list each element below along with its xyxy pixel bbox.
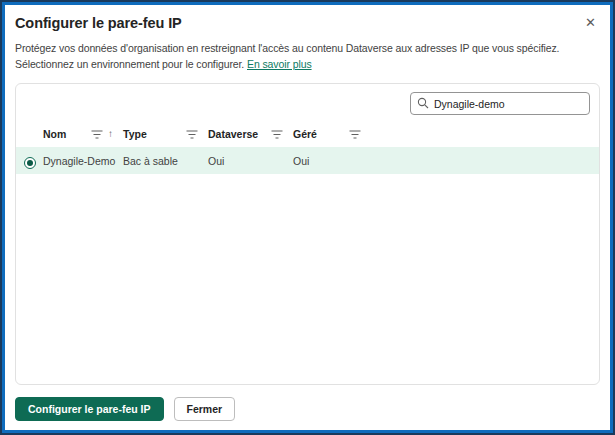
learn-more-link[interactable]: En savoir plus <box>247 58 312 70</box>
column-label-type: Type <box>123 128 147 140</box>
column-header-gere[interactable]: Géré <box>293 128 371 140</box>
dialog-header: Configurer le pare-feu IP ✕ <box>15 13 600 33</box>
filter-icon[interactable] <box>186 130 198 139</box>
search-icon <box>417 95 429 113</box>
column-label-gere: Géré <box>293 128 317 140</box>
cell-name: Dynagile-Demo <box>43 155 123 167</box>
radio-dot <box>27 160 33 166</box>
cell-gere: Oui <box>293 155 371 167</box>
column-label-dataverse: Dataverse <box>208 128 258 140</box>
filter-icon[interactable] <box>349 130 361 139</box>
filter-icon[interactable] <box>91 130 103 139</box>
search-row <box>16 84 599 119</box>
close-icon[interactable]: ✕ <box>581 13 600 33</box>
cell-type: Bac à sable <box>123 155 208 167</box>
search-input-field[interactable] <box>434 98 583 110</box>
row-radio-cell <box>24 152 43 170</box>
dialog-footer: Configurer le pare-feu IP Fermer <box>15 397 600 421</box>
radio-selected[interactable] <box>24 157 36 169</box>
environment-table-card: Nom ↑ Type <box>15 83 600 385</box>
dialog-title: Configurer le pare-feu IP <box>15 13 182 33</box>
environment-search-input[interactable] <box>410 92 590 115</box>
table-row-dynagile-demo[interactable]: Dynagile-Demo Bac à sable Oui Oui <box>16 147 599 174</box>
cell-dataverse: Oui <box>208 155 293 167</box>
column-header-dataverse[interactable]: Dataverse <box>208 128 293 140</box>
column-header-nom[interactable]: Nom ↑ <box>43 128 123 140</box>
dialog-frame: Configurer le pare-feu IP ✕ Protégez vos… <box>0 0 615 435</box>
column-label-nom: Nom <box>43 128 66 140</box>
dialog-frame-inner: Configurer le pare-feu IP ✕ Protégez vos… <box>2 2 613 433</box>
table-header-row: Nom ↑ Type <box>16 121 599 147</box>
filter-icon[interactable] <box>271 130 283 139</box>
dialog-description: Protégez vos données d'organisation en r… <box>15 40 600 72</box>
configure-firewall-button[interactable]: Configurer le pare-feu IP <box>15 397 164 421</box>
sort-ascending-icon[interactable]: ↑ <box>108 129 113 139</box>
close-dialog-button[interactable]: Fermer <box>174 397 236 421</box>
column-header-type[interactable]: Type <box>123 128 208 140</box>
configure-ip-firewall-dialog: Configurer le pare-feu IP ✕ Protégez vos… <box>5 5 610 430</box>
